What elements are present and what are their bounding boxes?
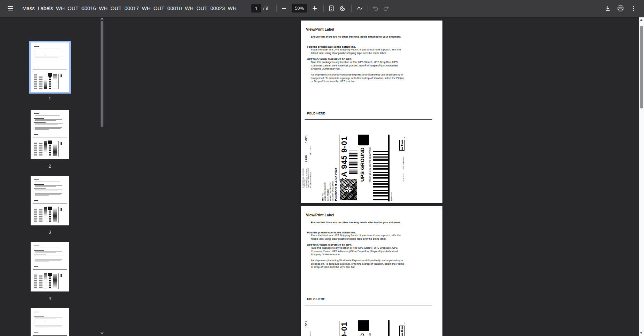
label-routing-code: CA 945 9-01 [340, 322, 349, 336]
star-icon: ✱ [400, 329, 404, 333]
air-shipments-body: Air shipments (including Worldwide Expre… [311, 259, 406, 269]
label-doc-ensure-text: Ensure that there are no other tracking … [311, 221, 415, 224]
document-scrollbar-thumb[interactable] [640, 26, 643, 109]
thumbnail-page-4[interactable]: 4 [31, 242, 69, 301]
sidebar-scrollbar[interactable] [100, 17, 104, 336]
print-icon[interactable] [615, 3, 626, 14]
zoom-in-button[interactable] [309, 3, 320, 14]
pdf-page-1: View/Print Label Ensure that there are n… [301, 21, 442, 203]
thumbnail-page-number: 3 [31, 230, 69, 235]
label-tracking-number: TRACKING #: 1Z 1G2 A78 03 3627 7939 [369, 147, 371, 183]
document-title: Mass_Labels_WH_OUT_00016_WH_OUT_00017_WH… [22, 0, 238, 17]
label-service-black-block [358, 135, 369, 145]
label-small-print-mark: ▮ [404, 137, 405, 138]
label-ship-to-address: SHIP TO: ACME CORPORATION (603)-996-3829… [322, 168, 338, 201]
fold-here-label: FOLD HERE [307, 297, 325, 301]
label-weight: 1 LBS [305, 155, 307, 162]
label-page-count: 1 OF 1 [305, 135, 307, 143]
toolbar-divider [323, 5, 324, 12]
zoom-level-display[interactable]: 50% [292, 4, 307, 13]
fit-to-page-icon[interactable] [326, 3, 337, 14]
label-dim-weight: DWT: 10,10,10 [309, 331, 311, 336]
label-edge-bar [388, 135, 390, 201]
ups-star-symbol: ✱ [399, 140, 405, 151]
redo-icon [381, 3, 392, 14]
scroll-down-icon[interactable] [100, 333, 104, 335]
scroll-down-icon[interactable] [640, 332, 643, 334]
tracking-barcode [373, 151, 388, 201]
label-section-divider [339, 321, 339, 336]
undo-icon [370, 3, 381, 14]
label-doc-title: View/Print Label [306, 27, 334, 32]
thumbnail-page-number: 2 [31, 163, 69, 169]
label-dim-weight: DWT: 10,10,10 [309, 146, 311, 155]
label-edge-bar [388, 320, 390, 336]
air-shipments-body: Air shipments (including Worldwide Expre… [311, 73, 406, 83]
label-billing-code: BILLING: P/P [391, 192, 392, 201]
thumbnail-page-number: 4 [31, 296, 69, 301]
ups-star-symbol: ✱ [399, 326, 405, 336]
pdf-viewer-toolbar: Mass_Labels_WH_OUT_00016_WH_OUT_00017_WH… [0, 0, 644, 17]
label-service-name: UPS GROUND [360, 333, 365, 336]
label-sender-address: MY COMPANY (SAN FRANCISCO) 1-555-555-555… [303, 168, 312, 188]
fold-here-label: FOLD HERE [307, 112, 325, 115]
thumbnail-page-2[interactable]: 2 [31, 110, 69, 169]
document-scrollbar[interactable] [639, 17, 644, 336]
maxicode-barcode [340, 179, 357, 200]
thumbnail-page-preview [31, 308, 69, 336]
label-small-print-2: XOL 26.0S 05 [402, 174, 404, 182]
label-routing-code: CA 945 9-01 [340, 136, 349, 183]
label-small-print-1: NV45 11.0A 05/2020* [402, 156, 404, 169]
rotate-icon[interactable] [337, 3, 348, 14]
label-section-divider [339, 135, 339, 181]
label-service-name: UPS GROUND [360, 147, 365, 182]
toolbar-divider [368, 5, 368, 12]
label-small-print-mark: ▮ [404, 322, 405, 324]
fold-instruction-body: Place the label in a UPS Shipping Pouch.… [311, 234, 406, 240]
thumbnail-page-preview [31, 110, 69, 159]
toolbar-divider [351, 5, 352, 12]
label-service-black-block [358, 320, 369, 331]
toolbar-divider [276, 5, 277, 12]
scroll-up-icon[interactable] [100, 17, 104, 19]
thumbnail-page-3[interactable]: 3 [31, 176, 69, 235]
thumbnail-page-preview [31, 176, 69, 225]
getting-shipment-body: Take this package to any location of The… [311, 246, 408, 256]
fold-line [305, 119, 432, 120]
scroll-up-icon[interactable] [640, 19, 643, 21]
routing-barcode [349, 151, 358, 174]
thumbnail-page-preview [31, 42, 69, 92]
fold-line [305, 305, 432, 305]
zoom-out-button[interactable] [278, 3, 290, 14]
thumbnail-page-1[interactable]: 1 [31, 42, 69, 101]
pdf-page-2: View/Print Label Ensure that there are n… [301, 206, 442, 336]
download-icon[interactable] [602, 3, 613, 14]
thumbnail-page-5[interactable]: 5 [31, 308, 69, 336]
page-count-label: / 9 [263, 0, 268, 17]
sidebar-scrollbar-thumb[interactable] [101, 21, 103, 127]
label-doc-title: View/Print Label [306, 213, 334, 217]
fold-instruction-body: Place the label in a UPS Shipping Pouch.… [311, 48, 406, 55]
page-number-input[interactable] [251, 4, 261, 13]
label-page-count: 1 OF 1 [305, 321, 307, 328]
menu-icon[interactable] [5, 3, 16, 14]
more-options-icon[interactable] [628, 3, 639, 14]
annotate-icon[interactable] [354, 3, 366, 14]
label-doc-ensure-text: Ensure that there are no other tracking … [311, 35, 415, 39]
thumbnail-page-number: 1 [31, 96, 69, 101]
label-tracking-number: TRACKING #: 1Z 1G2 A78 03 3627 7939 [369, 333, 371, 336]
thumbnail-page-preview [31, 242, 69, 291]
thumbnail-sidebar: 1 2 [0, 17, 104, 336]
getting-shipment-body: Take this package to any location of The… [311, 61, 408, 71]
star-icon: ✱ [400, 144, 404, 147]
